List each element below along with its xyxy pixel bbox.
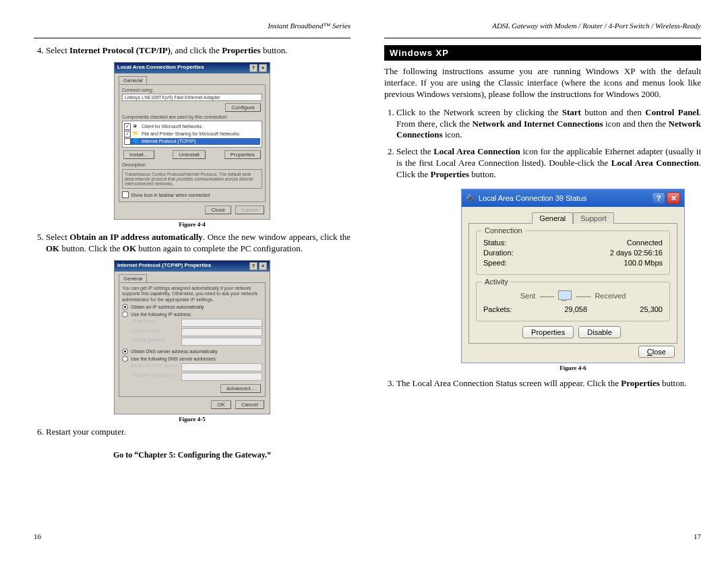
radio-use-dns[interactable]: Use the following DNS server addresses: — [122, 356, 262, 362]
checkbox-show-icon[interactable]: Show icon in taskbar when connected — [122, 191, 262, 198]
t: Obtain DNS server address automatically — [131, 349, 217, 354]
t: Obtain an IP address automatically — [69, 232, 203, 242]
header-right: ADSL Gateway with Modem / Router / 4-Por… — [384, 22, 701, 31]
t: , and click the — [171, 45, 222, 55]
protocol-icon: 🌐 — [133, 138, 140, 145]
tab-general[interactable]: General — [532, 212, 573, 224]
advanced-button[interactable]: Advanced... — [220, 384, 261, 393]
steps-left-3: Restart your computer. — [46, 427, 351, 438]
dialog-title: Local Area Connection Properties — [117, 64, 204, 72]
t: button and then — [581, 107, 645, 117]
figure-caption: Figure 4-6 — [445, 365, 701, 371]
close-icon[interactable]: ✕ — [667, 192, 680, 204]
dialog-titlebar: Internet Protocol (TCP/IP) Properties ?× — [115, 261, 270, 272]
label-connect-using: Connect using: — [122, 88, 262, 92]
label-components: Components checked are used by this conn… — [122, 115, 262, 119]
close-button[interactable]: CCloselose — [638, 346, 675, 358]
header-rule — [384, 38, 701, 38]
t: File and Printer Sharing for Microsoft N… — [142, 131, 239, 136]
label-dns1: Preferred DNS server: — [131, 363, 179, 371]
configure-button[interactable]: Configure — [225, 103, 261, 112]
help-icon[interactable]: ? — [249, 262, 257, 270]
label-dns2: Alternate DNS server: — [131, 373, 179, 381]
t: Use the following IP address: — [131, 312, 192, 317]
input-dns2 — [181, 373, 262, 381]
close-icon[interactable]: × — [259, 262, 267, 270]
t: icon and then the — [603, 119, 669, 129]
description-text: Transmission Control Protocol/Internet P… — [122, 169, 262, 189]
header-rule — [34, 38, 351, 38]
field-adapter: Linksys LNE100TX(v5) Fast Ethernet Adapt… — [122, 94, 262, 101]
label-received: Received — [595, 292, 626, 300]
t: Obtain an IP address automatically — [131, 305, 204, 309]
checkbox-fileshare[interactable]: ✓📁File and Printer Sharing for Microsoft… — [124, 131, 260, 137]
value-status: Connected — [627, 239, 663, 247]
figure-4-4: Local Area Connection Properties ?× Gene… — [34, 62, 351, 228]
dialog-titlebar: Local Area Connection Properties ?× — [115, 63, 270, 73]
radio-obtain-ip[interactable]: Obtain an IP address automatically — [122, 304, 262, 310]
t: icon. — [443, 129, 462, 139]
t: button again to complete the PC configur… — [136, 243, 303, 253]
header-left: Instant Broadband™ Series — [34, 22, 351, 31]
properties-button[interactable]: Properties — [522, 326, 574, 338]
radio-use-ip[interactable]: Use the following IP address: — [122, 311, 262, 317]
label-speed: Speed: — [483, 259, 507, 267]
t: Select — [46, 232, 69, 242]
dialog-lan-status: 🔌 Local Area Connection 39 Status ? ✕ Ge… — [461, 189, 685, 363]
page-left: Instant Broadband™ Series Select Interne… — [34, 22, 351, 540]
t: Control Panel — [645, 107, 698, 117]
network-icon: 🔌 — [466, 194, 475, 203]
value-packets-recv: 25,300 — [640, 305, 663, 313]
step-3: The Local Area Connection Status screen … — [396, 378, 701, 389]
t: . Once the new window appears, click the — [203, 232, 351, 242]
checkbox-tcpip[interactable]: ✓🌐Internet Protocol (TCP/IP) — [124, 138, 260, 145]
disable-button[interactable]: Disable — [578, 326, 621, 338]
page-number: 16 — [34, 532, 41, 540]
t: Use the following DNS server addresses: — [131, 356, 217, 361]
t: button. Click the — [59, 243, 123, 253]
t: Properties — [431, 169, 470, 179]
label-duration: Duration: — [483, 249, 514, 257]
step-1: Click to the Network screen by clicking … — [396, 107, 701, 142]
dialog-titlebar: 🔌 Local Area Connection 39 Status ? ✕ — [462, 189, 684, 207]
tab-general[interactable]: General — [119, 274, 147, 282]
tab-support[interactable]: Support — [573, 212, 614, 224]
radio-obtain-dns[interactable]: Obtain DNS server address automatically — [122, 348, 262, 354]
checkbox-client[interactable]: ✓🖥Client for Microsoft Networks — [124, 123, 260, 130]
ok-button[interactable]: OK — [211, 400, 231, 409]
steps-right-2: The Local Area Connection Status screen … — [396, 378, 701, 389]
uninstall-button[interactable]: Uninstall — [173, 150, 206, 159]
t: Click to the Network screen by clicking … — [396, 107, 562, 117]
t: OK — [46, 243, 59, 253]
properties-button[interactable]: Properties — [224, 150, 261, 159]
t: Properties — [222, 45, 261, 55]
close-icon[interactable]: × — [259, 64, 267, 72]
t: Show icon in taskbar when connected — [131, 193, 210, 197]
close-button[interactable]: Close — [205, 206, 231, 214]
help-icon[interactable]: ? — [652, 192, 665, 204]
cancel-button[interactable]: Cancel — [235, 400, 264, 409]
t: Select — [46, 45, 69, 55]
tab-general[interactable]: General — [119, 76, 147, 84]
group-activity: Activity Sent —— —— Received — [476, 282, 670, 321]
label-gateway: Default gateway: — [131, 338, 179, 346]
share-icon: 📁 — [133, 131, 140, 137]
t: Select the — [396, 146, 433, 156]
value-packets-sent: 29,058 — [512, 305, 640, 313]
t: Local Area Connection — [611, 158, 699, 168]
t: button. — [261, 45, 288, 55]
help-icon[interactable]: ? — [249, 64, 257, 72]
install-button[interactable]: Install... — [123, 150, 154, 159]
page-number: 17 — [694, 532, 701, 540]
label-packets: Packets: — [483, 305, 512, 313]
value-duration: 2 days 02:56:16 — [610, 249, 663, 257]
step-6: Restart your computer. — [46, 427, 351, 438]
figure-4-6: 🔌 Local Area Connection 39 Status ? ✕ Ge… — [445, 189, 701, 371]
t: Internet Protocol (TCP/IP) — [142, 139, 196, 144]
goto-chapter: Go to “Chapter 5: Configuring the Gatewa… — [34, 450, 351, 460]
t: Client for Microsoft Networks — [142, 124, 202, 129]
t: Properties — [621, 378, 660, 388]
figure-caption: Figure 4-4 — [34, 221, 351, 228]
group-title: Activity — [482, 278, 511, 286]
label-description: Description — [122, 162, 262, 167]
